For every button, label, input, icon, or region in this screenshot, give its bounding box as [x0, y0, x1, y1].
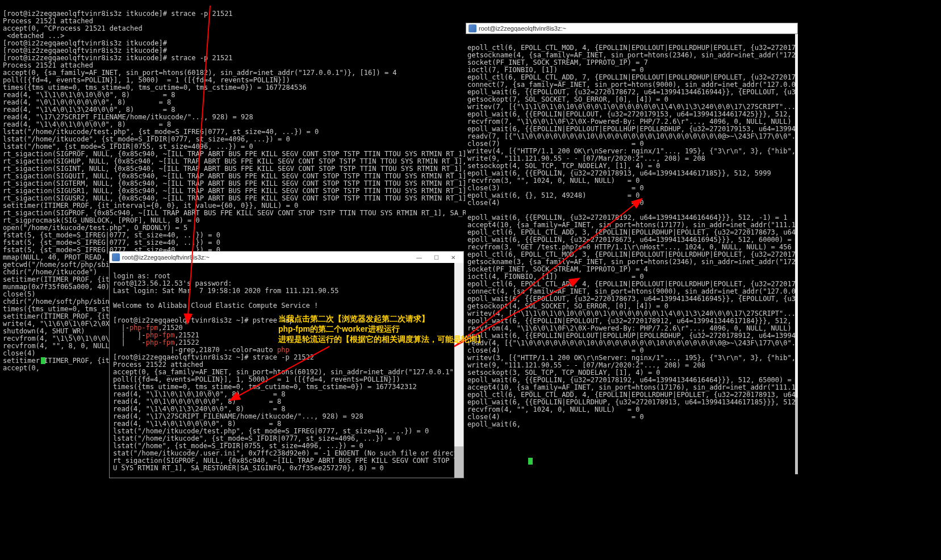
cursor-icon — [41, 357, 45, 364]
right-terminal-content: epoll_ctl(6, EPOLL_CTL_MOD, 4, {EPOLLIN|… — [467, 44, 796, 428]
right-terminal[interactable]: epoll_ctl(6, EPOLL_CTL_MOD, 4, {EPOLLIN|… — [466, 34, 798, 474]
popup-terminal-content: login as: rootroot@123.56.12.53's passwo… — [113, 273, 460, 472]
minimize-button[interactable]: — — [411, 253, 427, 262]
popup-title: root@iz2zegqaeolqftvinr8is3z:~ — [122, 254, 210, 261]
popup-scrollbar[interactable] — [454, 263, 463, 478]
close-button[interactable]: ✕ — [445, 253, 461, 262]
cursor-icon — [528, 458, 533, 465]
scrollbar-thumb[interactable] — [795, 398, 798, 474]
terminal-icon — [112, 253, 120, 261]
popup-terminal[interactable]: login as: rootroot@123.56.12.53's passwo… — [110, 263, 463, 478]
annotation-line-1: 当我点击第二次【浏览器发起第二次请求】 — [278, 314, 485, 324]
popup-terminal-window: root@iz2zegqaeolqftvinr8is3z:~ — ☐ ✕ log… — [109, 251, 464, 478]
terminal-icon — [469, 24, 476, 32]
annotation-line-2: php-fpm的第二个worker进程运行 — [278, 324, 485, 334]
annotation-line-3: 进程是轮流运行的【根据它的相关调度算法，可能是轮询】 — [278, 334, 485, 344]
right-terminal-scrollbar[interactable] — [795, 34, 798, 474]
right-terminal-titlebar[interactable]: root@iz2zegqaeolqftvinr8is3z:~ — [466, 23, 798, 34]
popup-titlebar[interactable]: root@iz2zegqaeolqftvinr8is3z:~ — ☐ ✕ — [110, 252, 463, 263]
annotation-text: 当我点击第二次【浏览器发起第二次请求】 php-fpm的第二个worker进程运… — [278, 314, 485, 344]
scrollbar-thumb[interactable] — [454, 446, 463, 478]
right-terminal-title: root@iz2zegqaeolqftvinr8is3z:~ — [479, 25, 566, 32]
maximize-button[interactable]: ☐ — [428, 253, 444, 262]
